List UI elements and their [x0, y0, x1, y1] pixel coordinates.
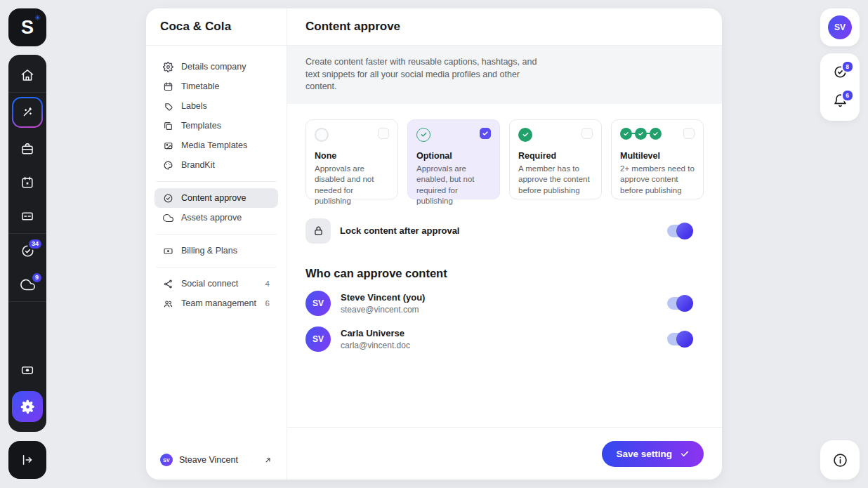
nav-assets[interactable]: 9 — [8, 268, 46, 301]
footer-user-name: Steave Vincent — [179, 455, 238, 465]
sidebar-item-assets-approve[interactable]: Assets approve — [154, 208, 278, 227]
empty-circle-icon — [315, 128, 329, 142]
sidebar-item-label: Assets approve — [181, 213, 242, 223]
app-logo[interactable]: S ✳ — [8, 8, 46, 46]
approver-email: carla@vincent.doc — [341, 341, 410, 350]
nav-billing[interactable] — [8, 353, 46, 387]
check-circle-filled-icon — [518, 128, 532, 142]
lock-toggle[interactable] — [667, 225, 691, 237]
mode-card-optional[interactable]: Optional Approvals are enabled, but not … — [407, 119, 500, 199]
sidebar-item-content-approve[interactable]: Content approve — [154, 188, 278, 208]
mode-required-checkbox[interactable] — [581, 128, 593, 139]
mode-title: Multilevel — [620, 151, 695, 161]
check-chain-icon — [620, 128, 662, 140]
sidebar-item-label: Labels — [181, 101, 207, 111]
mode-optional-checkbox[interactable] — [480, 128, 491, 139]
page-title: Content approve — [287, 8, 722, 46]
nav-home[interactable] — [8, 58, 46, 92]
notification-badge: 6 — [841, 89, 854, 102]
sidebar-item-label: Media Templates — [181, 140, 247, 150]
palette-icon — [163, 160, 173, 171]
logo-spark-icon: ✳ — [34, 14, 41, 22]
calendar-icon — [20, 176, 34, 190]
alerts-notification-button[interactable]: 6 — [833, 93, 848, 108]
sidebar-item-label: Content approve — [181, 193, 246, 203]
mode-card-none[interactable]: None Approvals are disabled and not need… — [305, 119, 398, 199]
right-rail: SV 8 6 — [820, 8, 860, 480]
divider — [156, 181, 277, 182]
profile-button[interactable]: SV — [820, 8, 860, 46]
logo-letter: S — [21, 18, 34, 37]
approver-name: Steve Vincent (you) — [341, 292, 425, 303]
approvals-badge: 34 — [27, 238, 43, 250]
nav-settings-active[interactable] — [12, 391, 43, 422]
magic-wand-icon — [20, 105, 34, 119]
left-rail: S ✳ — [8, 8, 46, 479]
tag-icon — [163, 101, 173, 112]
sidebar-item-billing-plans[interactable]: Billing & Plans — [154, 241, 278, 261]
workspace-menu: Details company Timetable Labels Templat… — [146, 46, 287, 454]
briefcase-icon — [20, 142, 34, 156]
approver-toggle[interactable] — [667, 297, 691, 310]
lock-setting-label: Lock content after approval — [340, 225, 459, 236]
divider — [8, 92, 46, 93]
banner-icon — [20, 209, 34, 223]
calendar-icon — [163, 81, 173, 92]
mode-card-required[interactable]: Required A member has to approve the con… — [509, 119, 602, 199]
mode-card-multilevel[interactable]: Multilevel 2+ members need to approve co… — [611, 119, 704, 199]
assets-badge: 9 — [31, 272, 43, 284]
mode-description: Approvals are disabled and not needed fo… — [315, 164, 389, 207]
mode-multilevel-checkbox[interactable] — [683, 128, 695, 139]
divider — [156, 234, 277, 235]
sidebar-item-templates[interactable]: Templates — [154, 116, 278, 136]
settings-content: None Approvals are disabled and not need… — [287, 104, 722, 428]
avatar: SV — [305, 327, 331, 352]
nav-posts[interactable] — [8, 199, 46, 233]
notification-panel: 8 6 — [820, 53, 860, 121]
nav-content-studio-active[interactable] — [12, 97, 43, 128]
wallet-icon — [20, 363, 34, 377]
approver-row: SV Carla Universe carla@vincent.doc — [305, 327, 704, 352]
sidebar-item-brandkit[interactable]: BrandKit — [154, 155, 278, 175]
sidebar-item-timetable[interactable]: Timetable — [154, 77, 278, 96]
logout-icon — [20, 453, 34, 467]
mode-title: Required — [518, 151, 593, 161]
lock-icon-box — [305, 218, 331, 244]
divider — [156, 267, 277, 268]
divider — [8, 301, 46, 302]
gear-icon — [163, 62, 173, 72]
check-icon — [680, 449, 690, 459]
description-banner: Create content faster with reusable capt… — [287, 46, 722, 104]
avatar: SV — [305, 291, 331, 316]
mode-title: Optional — [416, 151, 491, 161]
main-panel: Content approve Create content faster wi… — [287, 8, 722, 480]
toggle-knob — [676, 223, 693, 239]
sidebar-item-label: Billing & Plans — [181, 246, 237, 256]
sidebar-item-label: BrandKit — [181, 160, 215, 170]
approver-toggle[interactable] — [667, 333, 691, 345]
cloud-icon — [163, 213, 173, 223]
logout-button[interactable] — [8, 441, 46, 479]
approval-mode-cards: None Approvals are disabled and not need… — [305, 119, 704, 199]
avatar: SV — [160, 454, 173, 466]
nav-approvals[interactable]: 34 — [8, 234, 46, 268]
mode-none-checkbox[interactable] — [378, 128, 389, 139]
sidebar-item-label: Details company — [181, 62, 246, 72]
info-button[interactable] — [820, 440, 860, 480]
save-setting-button[interactable]: Save setting — [602, 441, 704, 467]
sidebar-item-details-company[interactable]: Details company — [154, 57, 278, 77]
nav-calendar[interactable] — [8, 166, 46, 199]
team-management-count: 6 — [265, 299, 270, 308]
sidebar-item-social-connect[interactable]: Social connect 4 — [154, 274, 278, 294]
sidebar-item-media-templates[interactable]: Media Templates — [154, 136, 278, 155]
approver-email: steave@vincent.com — [341, 305, 425, 315]
share-icon — [163, 279, 173, 289]
nav-projects[interactable] — [8, 132, 46, 166]
sidebar-item-label: Timetable — [181, 81, 219, 91]
approvals-notification-button[interactable]: 8 — [833, 65, 848, 79]
copy-icon — [163, 121, 173, 131]
sidebar-item-team-management[interactable]: Team management 6 — [154, 294, 278, 313]
sidebar-user-footer[interactable]: SV Steave Vincent — [146, 454, 287, 480]
notification-badge: 8 — [841, 60, 854, 73]
sidebar-item-labels[interactable]: Labels — [154, 96, 278, 116]
